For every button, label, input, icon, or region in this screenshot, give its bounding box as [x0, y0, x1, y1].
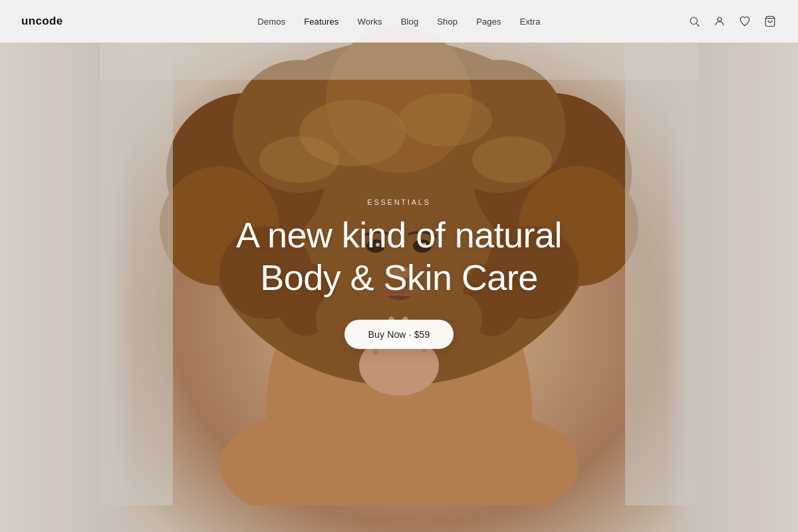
brand-logo[interactable]: uncode: [21, 15, 63, 28]
hero-cta-button[interactable]: Buy Now · $59: [344, 320, 454, 349]
cart-icon[interactable]: [763, 15, 777, 28]
navbar: uncode Demos Features Works Blog Shop Pa…: [0, 0, 798, 43]
hero-eyebrow: ESSENTIALS: [236, 198, 562, 206]
main-nav: Demos Features Works Blog Shop Pages Ext…: [257, 15, 540, 27]
hero-title: A new kind of natural Body & Skin Care: [236, 214, 562, 299]
nav-item-pages[interactable]: Pages: [476, 15, 501, 27]
heart-icon[interactable]: [738, 15, 751, 28]
hero-section: ESSENTIALS A new kind of natural Body & …: [0, 0, 798, 532]
nav-item-extra[interactable]: Extra: [520, 15, 541, 27]
hero-content: ESSENTIALS A new kind of natural Body & …: [236, 198, 562, 349]
nav-item-shop[interactable]: Shop: [437, 15, 458, 27]
search-icon[interactable]: [688, 15, 701, 28]
user-icon[interactable]: [713, 15, 726, 28]
svg-point-0: [690, 17, 698, 25]
nav-item-demos[interactable]: Demos: [257, 15, 285, 27]
nav-item-works[interactable]: Works: [357, 15, 382, 27]
svg-line-1: [696, 23, 699, 26]
nav-item-blog[interactable]: Blog: [401, 15, 419, 27]
nav-item-features[interactable]: Features: [304, 15, 338, 27]
navbar-icons: [688, 15, 777, 28]
svg-point-2: [718, 17, 722, 21]
hero-title-line1: A new kind of natural: [236, 215, 562, 255]
hero-title-line2: Body & Skin Care: [260, 257, 538, 297]
